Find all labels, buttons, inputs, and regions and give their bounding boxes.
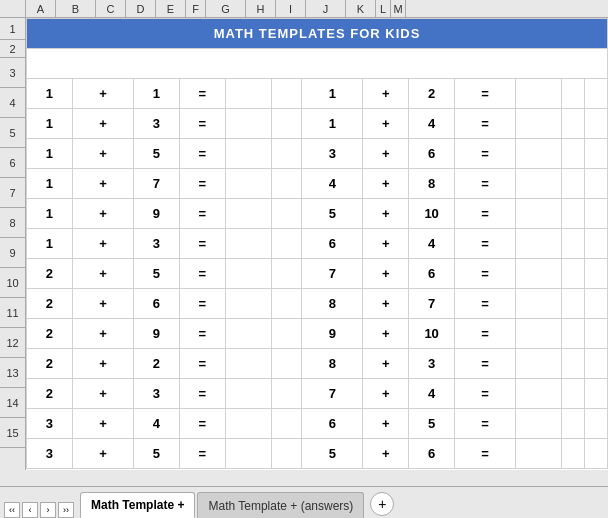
- corner-cell: [0, 0, 26, 17]
- col-header-f: F: [186, 0, 206, 17]
- row-num-6: 6: [0, 148, 25, 178]
- right-num1: 1: [302, 79, 363, 109]
- table-row: 1 + 5 = 3 + 6 =: [27, 139, 608, 169]
- table-row: 3 + 4 = 6 + 5 =: [27, 409, 608, 439]
- table-row: 3 + 5 = 5 + 6 =: [27, 439, 608, 469]
- col-header-i: I: [276, 0, 306, 17]
- tab-nav-right-right[interactable]: ››: [58, 502, 74, 518]
- col-header-m: M: [391, 0, 406, 17]
- col-header-e: E: [156, 0, 186, 17]
- column-headers: A B C D E F G H I J K L M: [0, 0, 608, 18]
- col-header-a: A: [26, 0, 56, 17]
- col-header-b: B: [56, 0, 96, 17]
- table-row: 1 + 3 = 6 + 4 =: [27, 229, 608, 259]
- col-header-c: C: [96, 0, 126, 17]
- table-row: 2 + 2 = 8 + 3 =: [27, 349, 608, 379]
- tab-bar: ‹‹ ‹ › ›› Math Template + Math Template …: [0, 486, 608, 518]
- left-num1: 1: [27, 79, 73, 109]
- sheet-table: MATH TEMPLATES FOR KIDS 1 + 1 = 1 +: [26, 18, 608, 469]
- left-num2: 1: [134, 79, 180, 109]
- row-num-14: 14: [0, 388, 25, 418]
- table-row: 2 + 3 = 7 + 4 =: [27, 379, 608, 409]
- sheet-content: MATH TEMPLATES FOR KIDS 1 + 1 = 1 +: [26, 18, 608, 470]
- tab-nav-right[interactable]: ›: [40, 502, 56, 518]
- table-row: 2 + 9 = 9 + 10 =: [27, 319, 608, 349]
- row-num-2: 2: [0, 40, 25, 58]
- tab-nav-left-left[interactable]: ‹‹: [4, 502, 20, 518]
- empty-cell: [27, 49, 608, 79]
- row-numbers: 1 2 3 4 5 6 7 8 9 10 11 12 13 14 15: [0, 18, 26, 470]
- table-row: 1 + 9 = 5 + 10 =: [27, 199, 608, 229]
- row-num-10: 10: [0, 268, 25, 298]
- col-header-h: H: [246, 0, 276, 17]
- right-num2: 2: [409, 79, 455, 109]
- add-tab-button[interactable]: +: [370, 492, 394, 516]
- empty-row-2: [27, 49, 608, 79]
- table-row: 1 + 7 = 4 + 8 =: [27, 169, 608, 199]
- row-num-5: 5: [0, 118, 25, 148]
- spreadsheet: A B C D E F G H I J K L M 1 2 3 4 5 6 7 …: [0, 0, 608, 518]
- right-eq: =: [455, 79, 516, 109]
- left-op: +: [72, 79, 133, 109]
- tab-math-template-answers[interactable]: Math Template + (answers): [197, 492, 364, 518]
- title-cell: MATH TEMPLATES FOR KIDS: [27, 19, 608, 49]
- col-header-g: G: [206, 0, 246, 17]
- row-num-11: 11: [0, 298, 25, 328]
- row-num-4: 4: [0, 88, 25, 118]
- left-eq: =: [179, 79, 225, 109]
- col-header-l: L: [376, 0, 391, 17]
- title-row: MATH TEMPLATES FOR KIDS: [27, 19, 608, 49]
- right-op: +: [363, 79, 409, 109]
- row-num-1: 1: [0, 18, 25, 40]
- tab-math-template[interactable]: Math Template +: [80, 492, 195, 518]
- col-header-j: J: [306, 0, 346, 17]
- row-num-3: 3: [0, 58, 25, 88]
- table-row: 1 + 1 = 1 + 2 =: [27, 79, 608, 109]
- bottom-scrollbar[interactable]: [0, 470, 608, 486]
- row-num-15: 15: [0, 418, 25, 448]
- grid-area: 1 2 3 4 5 6 7 8 9 10 11 12 13 14 15: [0, 18, 608, 470]
- col-header-d: D: [126, 0, 156, 17]
- col-header-k: K: [346, 0, 376, 17]
- row-num-9: 9: [0, 238, 25, 268]
- row-num-7: 7: [0, 178, 25, 208]
- row-num-13: 13: [0, 358, 25, 388]
- table-row: 2 + 5 = 7 + 6 =: [27, 259, 608, 289]
- table-row: 1 + 3 = 1 + 4 =: [27, 109, 608, 139]
- table-row: 2 + 6 = 8 + 7 =: [27, 289, 608, 319]
- tab-nav-left[interactable]: ‹: [22, 502, 38, 518]
- row-num-12: 12: [0, 328, 25, 358]
- row-num-8: 8: [0, 208, 25, 238]
